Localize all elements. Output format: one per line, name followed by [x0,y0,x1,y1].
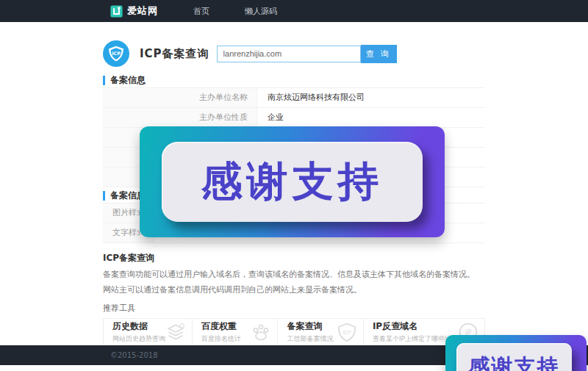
svg-text:ICP: ICP [112,51,121,56]
icp-badge-icon: ICP [103,40,129,67]
tool-title: 历史数据 [112,320,165,333]
table-row: 主办单位名称 南京炫迈网络科技有限公司 [103,88,485,108]
tool-card-beian-query[interactable]: 备案查询 工信部备案情况 ICP [277,319,362,345]
tool-card-baidu-weight[interactable]: 百度权重 百度排名统计 [192,319,277,345]
domain-input[interactable] [217,46,361,62]
beian-info-header: 备案信息 [103,75,485,85]
tool-title: IP反查域名 [373,320,458,333]
paw-icon [251,322,271,342]
watermark-card: 感谢支持 [456,343,572,371]
watermark-text: 感谢支持 [201,154,384,210]
about-section: ICP备案查询 备案查询功能可以通过用户输入域名后，查询该域名的备案情况、信息及… [103,249,485,295]
tool-subtitle: 网站历史趋势查询 [112,334,165,344]
layers-icon [165,322,186,342]
query-header: ICP ICP备案查询 查 询 [103,40,485,68]
copyright-text: ©2015-2018 [110,351,158,359]
about-line-1: 备案查询功能可以通过用户输入域名后，查询该域名的备案情况、信息及该主体下其他域名… [103,269,485,280]
nav-item-lanren[interactable]: 懒人源码 [245,6,277,17]
brand-name: 爱站网 [127,4,158,18]
query-button[interactable]: 查 询 [361,45,397,63]
row-value: 企业 [257,108,485,127]
row-label: 主办单位名称 [103,88,257,107]
accent-bar [103,191,105,201]
icp-shield-icon: ICP [337,322,357,342]
beian-info-title: 备案信息 [110,74,146,87]
page: 爱站网 首页 懒人源码 ICP ICP备案查询 查 询 备案信息 主办单位名称 [0,0,588,371]
page-title: ICP备案查询 [140,47,209,61]
row-value: 南京炫迈网络科技有限公司 [257,88,485,107]
tools-row: 历史数据 网站历史趋势查询 百度权重 百度排名统计 [103,318,485,346]
brand-logo[interactable]: 爱站网 [110,4,158,18]
tool-text: 历史数据 网站历史趋势查询 [112,320,165,344]
aizhan-logo-icon [110,5,123,18]
tool-title: 备案查询 [287,320,333,333]
watermark-overlay-large: 感谢支持 [140,126,445,237]
about-title: ICP备案查询 [103,252,485,264]
about-line-2: 网站主可以通过备案信息调用代码调用到自己的网站上来显示备案情况。 [103,284,485,295]
tool-card-history[interactable]: 历史数据 网站历史趋势查询 [104,319,192,345]
table-row: 主办单位性质 企业 [103,108,485,128]
tools-title: 推荐工具 [103,303,485,314]
svg-text:ICP: ICP [343,330,351,336]
tool-text: 百度权重 百度排名统计 [201,320,241,344]
tool-subtitle: 百度排名统计 [201,334,241,344]
watermark-text: 感谢支持 [469,353,560,371]
tool-subtitle: 工信部备案情况 [287,334,333,344]
row-label: 主办单位性质 [103,108,257,127]
watermark-overlay-small: 感谢支持 [445,335,587,371]
nav-item-home[interactable]: 首页 [193,6,209,17]
tool-text: 备案查询 工信部备案情况 [287,320,333,344]
top-navbar: 爱站网 首页 懒人源码 [0,0,588,22]
accent-bar [103,76,105,85]
tool-title: 百度权重 [201,320,241,333]
watermark-card: 感谢支持 [162,142,423,222]
